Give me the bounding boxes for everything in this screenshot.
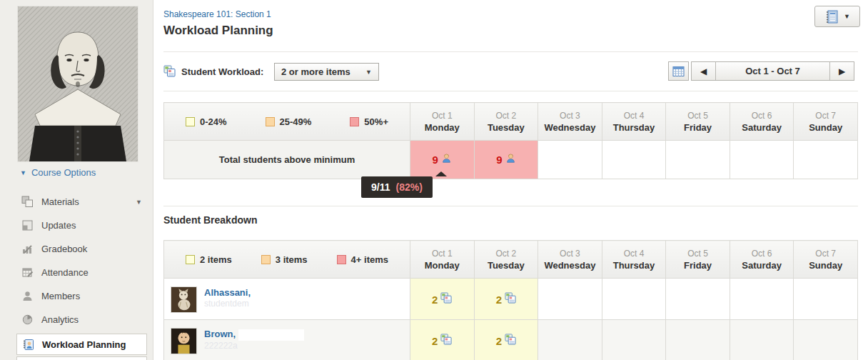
legend-cell: 2 items 3 items 4+ items xyxy=(164,241,410,279)
calendar-button[interactable] xyxy=(668,61,689,81)
workload-planning-page: { "header": { "breadcrumb": "Shakespeare… xyxy=(0,0,868,360)
members-icon xyxy=(21,290,34,302)
student-info-cell: Alhassani, studentdem xyxy=(164,279,410,320)
legend-swatch-low xyxy=(186,117,195,126)
student-info-cell: Brown, 222222a xyxy=(164,320,410,360)
sidebar-item-label: Attendance xyxy=(41,267,89,278)
sidebar-item-label: Materials xyxy=(41,196,79,207)
student-cell-oct2[interactable]: 2 xyxy=(474,320,538,360)
chevron-down-icon[interactable]: ▼ xyxy=(136,199,142,206)
student-cell-oct7 xyxy=(794,320,858,360)
previous-week-button[interactable]: ◀ xyxy=(692,62,715,80)
column-header-oct4: Oct 4Thursday xyxy=(602,103,666,141)
total-cell-oct5 xyxy=(666,141,730,179)
sidebar-item-attendance[interactable]: Attendance xyxy=(0,261,153,284)
cell-count: 2 xyxy=(496,334,502,346)
sidebar-item-cutoff xyxy=(16,356,147,360)
legend-swatch-2items xyxy=(186,255,195,264)
view-options-button[interactable]: ▼ xyxy=(814,6,860,27)
attendance-icon xyxy=(21,266,34,279)
student-cell-oct3 xyxy=(538,320,602,360)
chevron-down-icon: ▼ xyxy=(20,169,26,176)
legend-label: 0-24% xyxy=(200,116,227,127)
sidebar-item-members[interactable]: Members xyxy=(0,284,153,308)
cell-count: 2 xyxy=(432,293,438,305)
main-content: Shakespeare 101: Section 1 Workload Plan… xyxy=(154,0,868,360)
sidebar-item-updates[interactable]: Updates xyxy=(0,214,153,237)
materials-icon xyxy=(440,334,452,348)
student-name-link[interactable]: Brown, xyxy=(204,328,304,341)
workload-filter-value: 2 or more items xyxy=(281,66,350,77)
sidebar-item-workload-planning[interactable]: Workload Planning xyxy=(16,334,147,355)
sidebar-item-label: Gradebook xyxy=(41,244,87,254)
materials-icon xyxy=(505,334,516,348)
total-cell-oct3 xyxy=(538,141,602,179)
student-username: 222222a xyxy=(204,341,304,351)
student-cell-oct4 xyxy=(602,279,666,320)
student-cell-oct5 xyxy=(666,320,730,360)
legend-swatch-3items xyxy=(261,255,271,264)
student-cell-oct1[interactable]: 2 xyxy=(410,320,475,360)
total-cell-oct6 xyxy=(730,141,794,179)
legend-item: 2 items xyxy=(186,254,232,265)
student-cell-oct6 xyxy=(730,279,794,320)
student-cell-oct6 xyxy=(730,320,794,360)
student-cell-oct4 xyxy=(602,320,666,360)
student-row: Alhassani, studentdem 2 2 xyxy=(164,279,858,320)
sidebar-item-materials[interactable]: Materials ▼ xyxy=(0,190,153,214)
shakespeare-portrait-icon xyxy=(18,6,138,161)
breadcrumb[interactable]: Shakespeare 101: Section 1 xyxy=(163,9,271,19)
divider xyxy=(163,51,858,52)
avatar[interactable] xyxy=(171,286,197,313)
chevron-down-icon: ▼ xyxy=(844,13,850,20)
student-cell-oct2[interactable]: 2 xyxy=(474,279,538,320)
cell-count: 2 xyxy=(496,293,502,305)
total-cell-oct2[interactable]: 9 xyxy=(474,141,538,179)
materials-icon xyxy=(163,65,176,77)
column-header-oct3: Oct 3Wednesday xyxy=(538,103,602,141)
column-header-oct5: Oct 5Friday xyxy=(666,103,730,141)
course-options-link[interactable]: ▼ Course Options xyxy=(20,167,96,178)
sidebar-item-analytics[interactable]: Analytics xyxy=(0,308,153,331)
next-week-button[interactable]: ▶ xyxy=(830,62,854,80)
sidebar-item-label: Analytics xyxy=(41,314,79,325)
arrow-left-icon: ◀ xyxy=(700,66,707,76)
student-icon xyxy=(441,153,452,166)
legend-item: 25-49% xyxy=(266,116,312,127)
legend-swatch-high xyxy=(350,117,359,126)
legend-label: 2 items xyxy=(200,254,232,265)
column-header-oct7: Oct 7Sunday xyxy=(794,103,858,141)
course-profile-image xyxy=(17,6,138,162)
column-header-oct3: Oct 3Wednesday xyxy=(538,241,602,279)
legend-label: 50%+ xyxy=(364,116,388,127)
divider xyxy=(163,206,858,206)
redaction-box xyxy=(238,329,304,341)
date-range-label: Oct 1 - Oct 7 xyxy=(715,62,830,80)
student-icon xyxy=(505,153,516,166)
table-header-row: 0-24% 25-49% 50%+ Oct 1Monday Oct 2Tuesd… xyxy=(164,103,858,141)
tooltip-fraction: 9/11 xyxy=(371,181,390,193)
total-students-row: Total students above minimum 9 9 xyxy=(164,141,858,179)
sidebar-item-label: Workload Planning xyxy=(42,339,126,350)
total-row-label: Total students above minimum xyxy=(164,141,410,179)
workload-filter-dropdown[interactable]: 2 or more items ▼ xyxy=(274,63,379,81)
workload-tooltip: 9/11(82%) xyxy=(361,176,433,198)
student-cell-oct1[interactable]: 2 xyxy=(410,279,475,320)
chevron-down-icon: ▼ xyxy=(365,69,372,76)
workload-planning-icon xyxy=(22,339,34,351)
sidebar-item-label: Members xyxy=(41,291,80,301)
course-sidebar: ▼ Course Options Materials ▼ Updates xyxy=(0,0,153,360)
student-username: studentdem xyxy=(204,299,251,309)
student-cell-oct3 xyxy=(538,279,602,320)
avatar[interactable] xyxy=(171,328,197,354)
page-title: Workload Planning xyxy=(163,24,273,38)
date-navigation: ◀ Oct 1 - Oct 7 ▶ xyxy=(691,61,854,81)
sidebar-item-gradebook[interactable]: Gradebook xyxy=(0,237,153,261)
calendar-icon xyxy=(672,66,685,77)
total-cell-oct4 xyxy=(602,141,666,179)
column-header-oct7: Oct 7Sunday xyxy=(794,241,858,279)
student-row: Brown, 222222a 2 2 xyxy=(164,320,858,360)
legend-swatch-mid xyxy=(266,117,275,126)
student-name-link[interactable]: Alhassani, xyxy=(204,286,251,299)
legend-cell: 0-24% 25-49% 50%+ xyxy=(164,103,410,141)
